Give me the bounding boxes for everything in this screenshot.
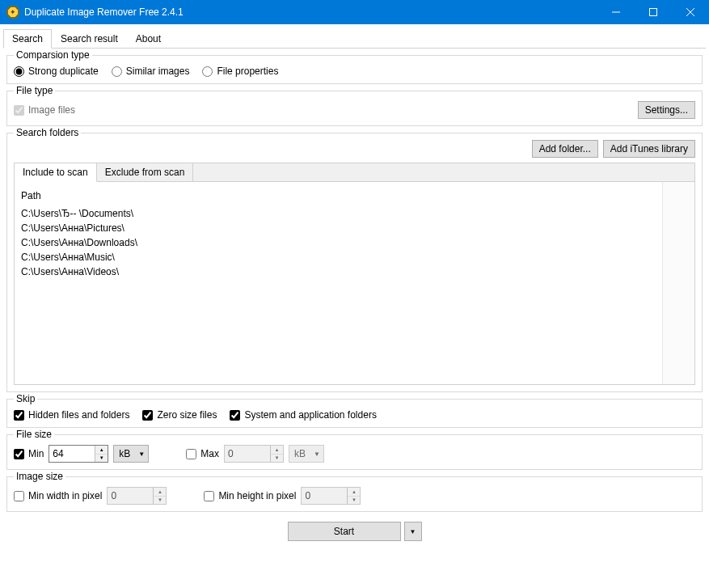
check-min-width-input[interactable] — [14, 491, 24, 501]
tab-exclude-from-scan[interactable]: Exclude from scan — [97, 163, 194, 181]
group-search-folders: Search folders Add folder... Add iTunes … — [6, 133, 703, 392]
radio-strong-duplicate[interactable]: Strong duplicate — [14, 66, 99, 77]
skip-legend: Skip — [14, 393, 37, 404]
start-button[interactable]: Start — [288, 522, 401, 541]
list-item[interactable]: C:\Users\Анна\Videos\ — [21, 264, 656, 279]
check-hidden-input[interactable] — [14, 410, 24, 421]
comparison-legend: Comparsion type — [14, 49, 92, 61]
title-bar: ✦ Duplicate Image Remover Free 2.4.1 — [0, 0, 709, 24]
check-min-filesize-label: Min — [28, 448, 44, 459]
add-itunes-button[interactable]: Add iTunes library — [603, 140, 695, 158]
check-image-files-input — [14, 105, 24, 116]
max-filesize-field — [225, 446, 270, 462]
max-filesize-input: ▲▼ — [224, 445, 284, 463]
max-unit-value: kB — [294, 448, 309, 459]
spin-buttons: ▲▼ — [270, 446, 283, 462]
close-button[interactable] — [672, 0, 709, 24]
radio-strong-label: Strong duplicate — [28, 66, 99, 77]
check-zero-input[interactable] — [142, 410, 153, 421]
check-min-height-label: Min height in pixel — [218, 490, 296, 501]
list-item[interactable]: C:\Users\Ђ-- \Documents\ — [21, 206, 656, 221]
check-image-files: Image files — [14, 104, 75, 116]
min-width-field — [108, 488, 153, 504]
check-system[interactable]: System and application folders — [230, 409, 376, 421]
radio-strong-input[interactable] — [14, 66, 24, 77]
check-min-filesize[interactable]: Min — [14, 448, 44, 459]
radio-fileprops-label: File properties — [217, 66, 278, 77]
paths-list[interactable]: Path C:\Users\Ђ-- \Documents\ C:\Users\А… — [15, 182, 662, 384]
radio-similar-input[interactable] — [112, 66, 122, 77]
tab-about[interactable]: About — [127, 29, 170, 49]
chevron-down-icon: ▼ — [314, 451, 320, 458]
spin-buttons: ▲▼ — [153, 488, 166, 504]
check-hidden-label: Hidden files and folders — [28, 409, 129, 421]
check-hidden[interactable]: Hidden files and folders — [14, 409, 129, 421]
spin-buttons: ▲▼ — [347, 488, 360, 504]
check-zero-label: Zero size files — [157, 409, 217, 421]
check-zero[interactable]: Zero size files — [142, 409, 217, 421]
check-system-input[interactable] — [230, 410, 240, 421]
min-filesize-field[interactable] — [49, 446, 95, 462]
group-filetype: File type Image files Settings... — [6, 91, 703, 126]
check-min-height-input[interactable] — [204, 491, 214, 501]
min-height-field — [302, 488, 347, 504]
chevron-down-icon: ▼ — [138, 451, 145, 458]
add-folder-button[interactable]: Add folder... — [532, 140, 598, 158]
filetype-legend: File type — [14, 85, 55, 96]
check-min-filesize-input[interactable] — [14, 449, 24, 459]
imagesize-legend: Image size — [14, 471, 65, 482]
list-item[interactable]: C:\Users\Анна\Pictures\ — [21, 221, 656, 235]
search-folders-legend: Search folders — [14, 127, 81, 138]
min-width-input: ▲▼ — [107, 487, 167, 505]
check-max-filesize-label: Max — [200, 448, 219, 459]
radio-fileprops-input[interactable] — [202, 66, 213, 77]
min-filesize-input[interactable]: ▲▼ — [49, 445, 108, 463]
radio-similar-images[interactable]: Similar images — [112, 66, 190, 77]
group-filesize: File size Min ▲▼ kB ▼ Max ▲▼ — [6, 434, 703, 470]
check-min-width[interactable]: Min width in pixel — [14, 490, 102, 501]
group-skip: Skip Hidden files and folders Zero size … — [6, 399, 703, 428]
min-height-input: ▲▼ — [301, 487, 361, 505]
list-item[interactable]: C:\Users\Анна\Music\ — [21, 250, 656, 264]
svg-rect-1 — [650, 9, 657, 16]
min-unit-value: kB — [119, 448, 133, 459]
window-title: Duplicate Image Remover Free 2.4.1 — [24, 6, 184, 18]
paths-side-panel — [662, 182, 694, 384]
radio-similar-label: Similar images — [126, 66, 190, 77]
tab-search-result[interactable]: Search result — [52, 29, 127, 49]
check-system-label: System and application folders — [244, 409, 376, 421]
minimize-button[interactable] — [597, 0, 635, 24]
check-max-filesize-input[interactable] — [186, 449, 196, 459]
check-max-filesize[interactable]: Max — [186, 448, 219, 459]
paths-header: Path — [21, 187, 656, 206]
app-icon: ✦ — [6, 6, 19, 19]
settings-button[interactable]: Settings... — [638, 101, 695, 119]
chevron-down-icon: ▼ — [410, 528, 416, 535]
max-filesize-unit: kB ▼ — [289, 445, 324, 463]
check-min-width-label: Min width in pixel — [28, 490, 102, 501]
main-tabs: Search Search result About — [3, 28, 706, 49]
spin-buttons[interactable]: ▲▼ — [95, 446, 108, 462]
group-imagesize: Image size Min width in pixel ▲▼ Min hei… — [6, 476, 703, 512]
tab-search[interactable]: Search — [3, 29, 52, 49]
start-dropdown-button[interactable]: ▼ — [404, 522, 422, 541]
group-comparison: Comparsion type Strong duplicate Similar… — [6, 55, 703, 84]
scan-scope-tabs: Include to scan Exclude from scan Path C… — [14, 163, 695, 385]
list-item[interactable]: C:\Users\Анна\Downloads\ — [21, 235, 656, 250]
filesize-legend: File size — [14, 429, 54, 440]
maximize-button[interactable] — [635, 0, 672, 24]
check-image-files-label: Image files — [28, 104, 75, 116]
start-button-label: Start — [334, 526, 354, 537]
radio-file-properties[interactable]: File properties — [202, 66, 278, 77]
start-row: Start ▼ — [3, 522, 706, 541]
tab-include-to-scan[interactable]: Include to scan — [15, 163, 97, 182]
check-min-height[interactable]: Min height in pixel — [204, 490, 296, 501]
min-filesize-unit[interactable]: kB ▼ — [113, 445, 149, 463]
